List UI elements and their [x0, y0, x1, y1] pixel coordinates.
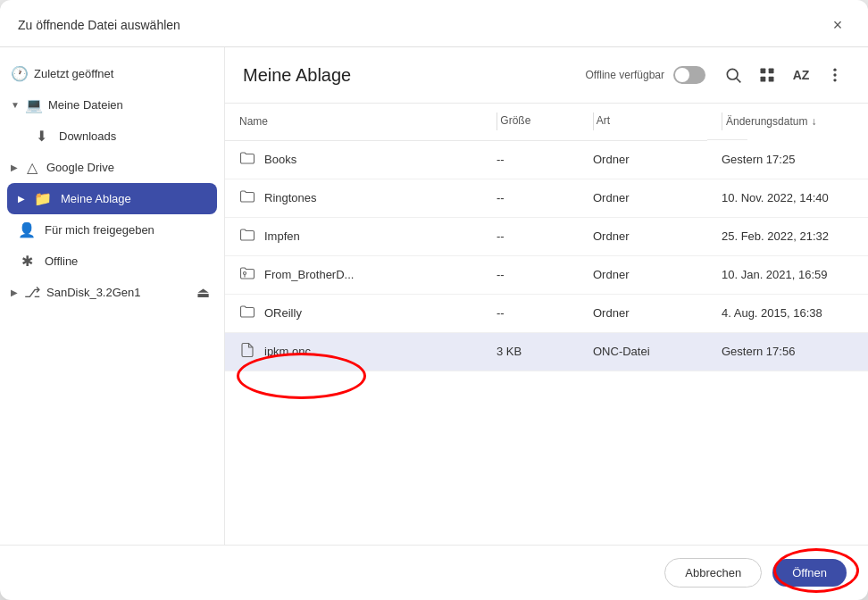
search-icon: [724, 66, 742, 84]
main-header: Meine Ablage Offline verfügbar: [225, 47, 868, 104]
sidebar-offline-label: Offline: [45, 254, 78, 268]
col-header-name: Name: [225, 104, 482, 140]
title-bar: Zu öffnende Datei auswählen ×: [0, 0, 868, 47]
folder-active-icon: 📁: [34, 190, 52, 207]
cell-name: OReilly: [225, 294, 482, 332]
row-icon: [239, 188, 255, 208]
cell-date: 10. Nov. 2022, 14:40: [707, 179, 868, 217]
cell-name: From_BrotherD...: [225, 255, 482, 294]
folder-icon: [239, 227, 255, 243]
col-header-type: Art: [579, 104, 707, 140]
sidebar-section-google-drive[interactable]: ▶ △ Google Drive: [0, 152, 224, 183]
cell-size: --: [482, 140, 579, 179]
cell-size: --: [482, 294, 579, 332]
table-row[interactable]: ipkm.onc 3 KB ONC-Datei Gestern 17:56: [225, 332, 868, 371]
eject-icon[interactable]: ⏏: [196, 284, 210, 301]
table-row[interactable]: From_BrotherD... -- Ordner 10. Jan. 2021…: [225, 255, 868, 294]
cell-type: ONC-Datei: [579, 332, 707, 371]
chevron-down-icon: ▼: [11, 100, 20, 110]
search-button[interactable]: [718, 60, 748, 90]
grid-view-button[interactable]: [752, 60, 782, 90]
table-row[interactable]: Impfen -- Ordner 25. Feb. 2022, 21:32: [225, 217, 868, 255]
sidebar-downloads-label: Downloads: [59, 129, 116, 143]
sidebar-item-downloads[interactable]: ⬇ Downloads: [0, 121, 224, 152]
download-icon: ⬇: [32, 128, 50, 145]
close-button[interactable]: ×: [825, 12, 850, 38]
cell-size: --: [482, 255, 579, 294]
cell-date: 4. Aug. 2015, 16:38: [707, 294, 868, 332]
sidebar-section-my-files[interactable]: ▼ 💻 Meine Dateien: [0, 89, 224, 121]
folder-icon: [239, 188, 255, 204]
cell-name: Ringtones: [225, 179, 482, 217]
offline-icon: ✱: [18, 253, 36, 270]
svg-rect-4: [761, 77, 766, 82]
sidebar-sandisk-label: SanDisk_3.2Gen1: [46, 286, 141, 299]
row-name: ipkm.onc: [264, 345, 311, 358]
row-name: Impfen: [264, 229, 300, 243]
main-title: Meine Ablage: [243, 65, 351, 86]
file-icon: [239, 342, 255, 358]
row-name: From_BrotherD...: [264, 268, 354, 281]
folder-shared-icon: [239, 265, 255, 281]
cell-type: Ordner: [579, 179, 707, 217]
open-button[interactable]: Öffnen: [772, 559, 847, 587]
cell-size: --: [482, 217, 579, 255]
sidebar-my-files-label: Meine Dateien: [48, 98, 123, 112]
cell-name: Books: [225, 140, 482, 179]
row-icon: [239, 265, 255, 285]
cell-date: 10. Jan. 2021, 16:59: [707, 255, 868, 294]
sidebar-item-shared[interactable]: 👤 Für mich freigegeben: [0, 214, 224, 246]
svg-point-10: [244, 271, 246, 274]
header-actions: Offline verfügbar: [586, 60, 851, 90]
toggle-knob: [675, 68, 689, 82]
svg-point-7: [833, 73, 836, 76]
col-header-date: Änderungsdatum ↓: [707, 104, 747, 140]
cell-date: 25. Feb. 2022, 21:32: [707, 217, 868, 255]
cancel-button[interactable]: Abbrechen: [664, 558, 762, 588]
sidebar-item-recently-opened-label: Zuletzt geöffnet: [34, 67, 113, 80]
sidebar: 🕐 Zuletzt geöffnet ▼ 💻 Meine Dateien ⬇ D…: [0, 47, 225, 545]
row-name: Ringtones: [264, 191, 317, 204]
folder-icon: [239, 304, 255, 320]
more-menu-button[interactable]: [820, 60, 850, 90]
table-row[interactable]: Ringtones -- Ordner 10. Nov. 2022, 14:40: [225, 179, 868, 217]
sidebar-item-my-storage[interactable]: ▶ 📁 Meine Ablage: [7, 183, 217, 214]
dialog-footer: Abbrechen Öffnen: [0, 545, 868, 600]
sidebar-item-recently-opened[interactable]: 🕐 Zuletzt geöffnet: [0, 58, 224, 89]
cell-date: Gestern 17:56: [707, 332, 868, 371]
svg-point-0: [727, 69, 738, 79]
more-icon: [826, 66, 844, 84]
dialog-body: 🕐 Zuletzt geöffnet ▼ 💻 Meine Dateien ⬇ D…: [0, 47, 868, 545]
sidebar-shared-label: Für mich freigegeben: [45, 223, 154, 237]
chevron-right-icon: ▶: [11, 162, 18, 172]
cell-size: 3 KB: [482, 332, 579, 371]
file-table: Name Größe Art: [225, 104, 868, 371]
svg-rect-5: [769, 77, 774, 82]
cell-name: Impfen: [225, 217, 482, 255]
sort-az-button[interactable]: AZ: [786, 60, 816, 90]
svg-rect-3: [769, 69, 774, 74]
table-row[interactable]: Books -- Ordner Gestern 17:25: [225, 140, 868, 179]
cell-type: Ordner: [579, 140, 707, 179]
offline-toggle[interactable]: [673, 66, 705, 84]
sort-arrow-icon: ↓: [811, 115, 816, 128]
svg-point-6: [833, 69, 836, 71]
row-icon: [239, 150, 255, 170]
sidebar-my-storage-label: Meine Ablage: [61, 192, 131, 205]
chevron-sandisk-icon: ▶: [11, 288, 18, 297]
row-icon: [239, 227, 255, 246]
grid-icon: [758, 66, 776, 84]
cell-type: Ordner: [579, 255, 707, 294]
usb-icon: ⎇: [23, 284, 41, 301]
col-header-size: Größe: [482, 104, 579, 140]
row-icon: [239, 304, 255, 323]
sidebar-item-offline[interactable]: ✱ Offline: [0, 246, 224, 277]
main-content: Meine Ablage Offline verfügbar: [225, 47, 868, 545]
sidebar-section-sandisk[interactable]: ▶ ⎇ SanDisk_3.2Gen1 ⏏: [0, 277, 224, 308]
shared-icon: 👤: [18, 221, 36, 238]
table-row[interactable]: OReilly -- Ordner 4. Aug. 2015, 16:38: [225, 294, 868, 332]
file-table-container: Name Größe Art: [225, 104, 868, 545]
cell-type: Ordner: [579, 294, 707, 332]
cell-date: Gestern 17:25: [707, 140, 868, 179]
row-icon: [239, 342, 255, 362]
